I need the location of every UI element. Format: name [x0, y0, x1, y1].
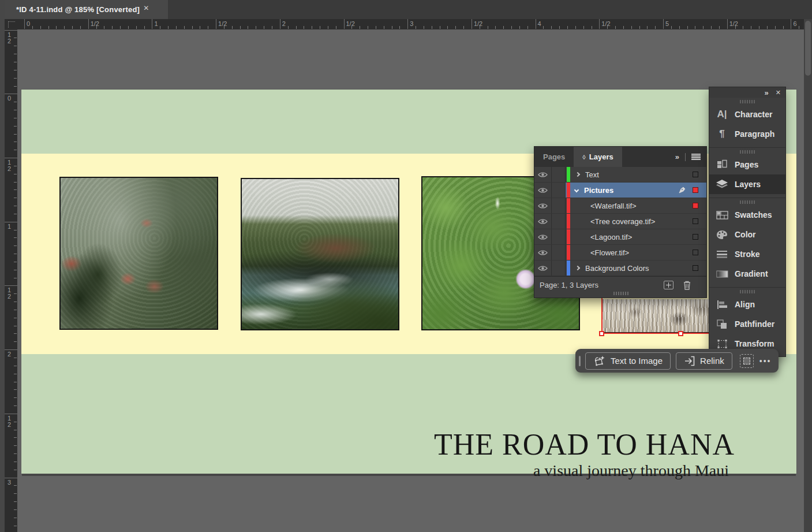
- layer-row-tree-coverage[interactable]: <Tree coverage.tif>: [534, 214, 706, 229]
- ruler-tick: [14, 382, 17, 382]
- text-to-image-button[interactable]: Text to Image: [585, 352, 671, 370]
- task-bar-drag-handle[interactable]: [579, 356, 581, 366]
- collapse-dock-icon[interactable]: »: [765, 88, 769, 97]
- horizontal-ruler[interactable]: 01/211/221/231/241/251/26: [5, 19, 804, 29]
- layer-row-text[interactable]: Text: [534, 167, 706, 183]
- photo-waterfall-selected[interactable]: [603, 299, 712, 333]
- selection-indicator-square[interactable]: [693, 172, 698, 177]
- photo-lagoon[interactable]: [241, 178, 399, 330]
- visibility-eye-icon[interactable]: [534, 229, 552, 244]
- dock-item-character[interactable]: A| Character: [709, 105, 785, 124]
- dock-group-grip[interactable]: [740, 290, 755, 293]
- selection-indicator-square[interactable]: [693, 265, 698, 271]
- layer-row-waterfall[interactable]: <Waterfall.tif>: [534, 198, 706, 214]
- ruler-tick: [519, 26, 520, 29]
- layer-item-name[interactable]: <Flower.tif>: [590, 248, 629, 257]
- layer-row-pictures[interactable]: Pictures: [534, 183, 706, 198]
- selection-handle-bottom-left[interactable]: [599, 331, 604, 336]
- lock-cell[interactable]: [552, 167, 566, 182]
- selection-indicator-square[interactable]: [693, 218, 698, 224]
- ruler-label: 3: [8, 479, 11, 486]
- close-dock-icon[interactable]: ✕: [776, 89, 781, 96]
- selection-indicator-square[interactable]: [693, 234, 698, 240]
- relink-button[interactable]: Relink: [676, 352, 732, 370]
- layer-row-flower[interactable]: <Flower.tif>: [534, 245, 706, 261]
- ruler-tick: [14, 54, 17, 54]
- lock-cell[interactable]: [552, 198, 566, 213]
- selection-frame-icon[interactable]: [740, 354, 754, 368]
- chevron-down-icon[interactable]: [574, 188, 579, 192]
- ruler-tick: [14, 182, 17, 183]
- selection-indicator-square[interactable]: [693, 187, 698, 193]
- dock-group-grip[interactable]: [740, 150, 755, 154]
- selection-indicator-square[interactable]: [693, 203, 698, 209]
- page-subtitle-text[interactable]: a visual journey through Maui: [325, 462, 729, 480]
- dock-group-grip[interactable]: [740, 100, 755, 103]
- selection-handle-bottom-center[interactable]: [678, 331, 683, 336]
- dock-item-pages[interactable]: Pages: [709, 155, 785, 174]
- vertical-ruler[interactable]: 1 201 211 221 23: [5, 29, 17, 532]
- visibility-eye-icon[interactable]: [534, 245, 552, 260]
- ruler-tick: [288, 26, 289, 29]
- layer-name[interactable]: Text: [585, 170, 599, 179]
- dock-item-swatches[interactable]: Swatches: [709, 205, 785, 225]
- tab-layers[interactable]: ◊ Layers: [574, 147, 622, 167]
- document-tab[interactable]: *ID 4-11.indd @ 185% [Converted] ✕: [5, 0, 168, 19]
- ruler-tick: [14, 453, 17, 454]
- page-title-text[interactable]: THE ROAD TO HANA: [331, 427, 735, 462]
- dock-item-gradient[interactable]: Gradient: [709, 264, 785, 284]
- layer-name[interactable]: Background Colors: [585, 264, 649, 273]
- panel-resize-grip[interactable]: [613, 292, 628, 295]
- chevron-right-icon[interactable]: [575, 266, 580, 270]
- visibility-eye-icon[interactable]: [534, 183, 552, 198]
- lock-cell[interactable]: [552, 183, 566, 198]
- ruler-tick: [592, 26, 592, 29]
- vertical-scrollbar-thumb[interactable]: [805, 21, 811, 76]
- lock-cell[interactable]: [552, 229, 566, 244]
- chevron-right-icon[interactable]: [575, 172, 580, 177]
- ruler-origin-corner[interactable]: [5, 19, 21, 29]
- layer-name[interactable]: Pictures: [584, 186, 613, 195]
- new-layer-icon[interactable]: [664, 281, 673, 289]
- lock-cell[interactable]: [552, 245, 566, 260]
- ruler-tick: [14, 126, 17, 127]
- dock-item-layers[interactable]: Layers: [709, 174, 785, 194]
- layer-color-bar: [567, 245, 570, 260]
- ruler-tick: [104, 26, 104, 29]
- collapse-panel-icon[interactable]: »: [675, 152, 679, 161]
- document-tab-title: *ID 4-11.indd @ 185% [Converted]: [16, 5, 140, 14]
- panel-menu-icon[interactable]: [691, 154, 701, 160]
- layer-item-name[interactable]: <Tree coverage.tif>: [590, 217, 655, 226]
- photo-tree-coverage[interactable]: [59, 177, 218, 330]
- ruler-tick: [14, 134, 17, 135]
- lock-cell[interactable]: [552, 261, 566, 276]
- dock-item-align[interactable]: Align: [709, 295, 785, 314]
- close-tab-icon[interactable]: ✕: [143, 4, 149, 12]
- visibility-eye-icon[interactable]: [534, 261, 552, 276]
- more-options-icon[interactable]: •••: [759, 356, 772, 366]
- layer-row-lagoon[interactable]: <Lagoon.tif>: [534, 229, 706, 245]
- visibility-eye-icon[interactable]: [534, 214, 552, 229]
- ruler-tick: [5, 478, 17, 478]
- dock-item-stroke[interactable]: Stroke: [709, 244, 785, 264]
- layer-item-name[interactable]: <Lagoon.tif>: [590, 233, 632, 241]
- selection-indicator-square[interactable]: [693, 250, 698, 255]
- ruler-tick: [463, 26, 464, 29]
- dock-group-grip[interactable]: [740, 200, 755, 204]
- layer-row-background-colors[interactable]: Background Colors: [534, 261, 706, 276]
- ruler-tick: [208, 26, 208, 29]
- layer-item-name[interactable]: <Waterfall.tif>: [590, 202, 637, 210]
- ruler-tick: [14, 405, 17, 406]
- delete-layer-icon[interactable]: [683, 280, 691, 290]
- visibility-eye-icon[interactable]: [534, 198, 552, 213]
- ruler-tick: [328, 26, 328, 29]
- vertical-scrollbar[interactable]: [804, 19, 812, 532]
- lock-cell[interactable]: [552, 214, 566, 229]
- visibility-eye-icon[interactable]: [534, 167, 552, 182]
- dock-item-paragraph[interactable]: ¶ Paragraph: [709, 124, 785, 144]
- ruler-label: 1/2: [346, 20, 355, 27]
- dock-item-pathfinder[interactable]: Pathfinder: [709, 314, 785, 334]
- dock-item-color[interactable]: Color: [709, 225, 785, 244]
- tab-pages[interactable]: Pages: [534, 147, 574, 167]
- ruler-label: 2: [282, 20, 286, 27]
